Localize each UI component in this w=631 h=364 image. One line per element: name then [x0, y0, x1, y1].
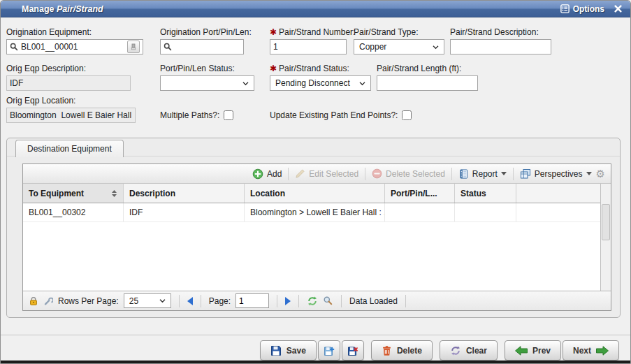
pair-strand-type-field: Pair/Strand Type: Copper	[354, 27, 444, 54]
eraser-icon	[130, 43, 137, 51]
add-icon	[252, 168, 263, 180]
update-existing-path-end-points-checkbox[interactable]	[402, 110, 412, 120]
column-header-to-equipment[interactable]: To Equipment	[23, 184, 124, 203]
page-title: Manage Pair/Strand	[1, 4, 103, 14]
pair-strand-status-label: Pair/Strand Status:	[279, 64, 349, 73]
toolbar-separator	[365, 168, 365, 180]
pair-strand-type-select[interactable]: Copper	[354, 39, 444, 54]
origination-equipment-field: Origination Equipment:	[6, 27, 143, 54]
perspectives-icon	[520, 168, 531, 180]
orig-eqp-location-input	[10, 109, 132, 122]
table-row[interactable]: BL001__00302 IDF Bloomington > Lowell E …	[23, 203, 611, 222]
action-button-bar: Save Delete Clear	[260, 340, 619, 361]
cell-description: IDF	[124, 203, 245, 221]
multiple-paths-label: Multiple Paths?:	[160, 110, 219, 120]
next-button[interactable]: Next	[563, 340, 619, 361]
orig-eqp-location-field: Orig Eqp Location:	[6, 96, 136, 123]
toolbar-separator	[451, 168, 452, 180]
trash-icon	[382, 345, 392, 356]
perspectives-button[interactable]: Perspectives	[520, 168, 592, 180]
lock-icon[interactable]	[29, 296, 38, 306]
pair-strand-length-input[interactable]	[380, 77, 474, 89]
footer-separator	[277, 295, 277, 307]
save-icon	[270, 345, 282, 356]
search-icon	[10, 43, 18, 51]
origination-port-pin-len-input[interactable]	[175, 41, 240, 53]
destination-equipment-panel: Destination Equipment Add Edit Selected	[6, 138, 621, 318]
previous-page-icon[interactable]	[187, 297, 193, 305]
footer-separator	[179, 295, 180, 307]
vertical-scrollbar[interactable]	[600, 184, 611, 291]
arrow-left-icon	[515, 346, 528, 356]
save-button[interactable]: Save	[260, 340, 317, 361]
orig-eqp-description-input	[10, 77, 127, 89]
sort-icon	[111, 189, 117, 198]
wrench-icon[interactable]	[43, 296, 53, 306]
toolbar-separator	[513, 168, 514, 180]
chevron-down-icon	[159, 298, 166, 303]
column-header-filler	[516, 184, 600, 203]
column-header-status[interactable]: Status	[455, 184, 516, 203]
search-icon	[164, 43, 172, 51]
options-button[interactable]: Options	[560, 4, 604, 14]
rows-per-page-label: Rows Per Page:	[58, 296, 119, 306]
edit-selected-button[interactable]: Edit Selected	[295, 168, 358, 179]
pair-strand-description-input[interactable]	[454, 41, 548, 53]
pair-strand-type-label: Pair/Strand Type:	[354, 27, 444, 37]
grid-toolbar: Add Edit Selected Delete Selected	[23, 164, 611, 184]
origination-equipment-input[interactable]	[21, 41, 126, 53]
refresh-icon[interactable]	[307, 296, 318, 307]
save-add-button[interactable]	[318, 340, 340, 361]
search-icon[interactable]	[323, 296, 333, 306]
origination-equipment-label: Origination Equipment:	[6, 27, 143, 37]
required-asterisk: ✱	[270, 64, 277, 73]
pair-strand-number-input[interactable]	[273, 41, 343, 53]
save-close-button[interactable]	[342, 340, 364, 361]
delete-button[interactable]: Delete	[371, 340, 433, 361]
pair-strand-length-label: Pair/Strand Length (ft):	[377, 64, 478, 73]
orig-eqp-description-label: Orig Eqp Description:	[6, 64, 131, 73]
column-header-port-pin-len[interactable]: Port/Pin/L...	[385, 184, 455, 203]
pair-strand-description-field: Pair/Strand Description:	[450, 27, 551, 54]
footer-separator	[298, 295, 299, 307]
toolbar-separator	[288, 168, 289, 180]
grid-body: BL001__00302 IDF Bloomington > Lowell E …	[23, 203, 611, 291]
add-button[interactable]: Add	[252, 168, 282, 180]
pair-strand-status-select[interactable]: Pending Disconnect	[270, 75, 371, 91]
caret-down-icon	[586, 172, 592, 175]
tab-destination-equipment[interactable]: Destination Equipment	[15, 140, 124, 157]
port-pin-len-status-label: Port/Pin/Len Status:	[160, 64, 254, 73]
page-input[interactable]	[235, 293, 269, 308]
close-button[interactable]	[614, 5, 622, 13]
prev-button[interactable]: Prev	[505, 340, 561, 361]
next-page-icon[interactable]	[285, 297, 291, 305]
clear-button[interactable]: Clear	[440, 340, 498, 361]
scrollbar-thumb[interactable]	[602, 204, 610, 240]
update-existing-path-end-points-label: Update Existing Path End Points?:	[270, 110, 398, 120]
arrow-right-icon	[596, 346, 609, 356]
update-existing-path-end-points-field: Update Existing Path End Points?:	[270, 110, 412, 120]
port-pin-len-status-select[interactable]	[160, 75, 254, 91]
rows-per-page-select[interactable]: 25	[124, 293, 171, 308]
pair-strand-number-field: ✱Pair/Strand Number:	[270, 27, 347, 54]
multiple-paths-field: Multiple Paths?:	[160, 110, 233, 120]
footer-separator	[341, 295, 342, 307]
delete-selected-button[interactable]: Delete Selected	[372, 168, 445, 179]
origination-port-pin-len-field: Origination Port/Pin/Len:	[160, 27, 244, 54]
column-header-location[interactable]: Location	[245, 184, 385, 203]
multiple-paths-checkbox[interactable]	[224, 110, 233, 120]
column-header-description[interactable]: Description	[124, 184, 245, 203]
pair-strand-status-field: ✱Pair/Strand Status: Pending Disconnect	[270, 64, 371, 91]
orig-eqp-description-field: Orig Eqp Description:	[6, 64, 131, 91]
grid-header-row: To Equipment Description Location Port/P…	[23, 184, 611, 203]
report-button[interactable]: Report	[458, 168, 507, 180]
orig-eqp-location-label: Orig Eqp Location:	[6, 96, 136, 105]
report-icon	[458, 168, 469, 180]
cell-to-equipment: BL001__00302	[23, 203, 124, 221]
gear-icon[interactable]: ⚙	[596, 168, 605, 179]
clear-equipment-button[interactable]	[127, 41, 140, 53]
chevron-down-icon	[433, 45, 439, 50]
cell-status	[455, 203, 516, 221]
destination-equipment-grid: Add Edit Selected Delete Selected	[22, 163, 611, 311]
grid-footer: Rows Per Page: 25 Page:	[23, 291, 611, 310]
